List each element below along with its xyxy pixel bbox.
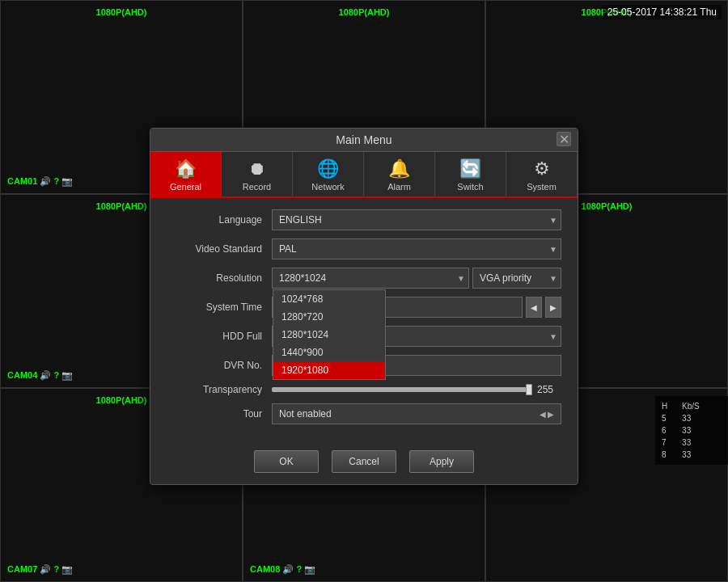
stats-row-0-0: 5 [660,413,679,424]
network-icon: 🌐 [317,158,339,179]
tab-record[interactable]: ⏺ Record [222,152,293,196]
modal-content: Language ENGLISH ▼ Video Standard PAL ▼ … [150,198,578,441]
stats-row-3-1: 33 [680,449,723,460]
transparency-slider-container: 255 [272,384,561,395]
modal-title: Main Menu [336,133,392,146]
cancel-button[interactable]: Cancel [332,450,396,473]
switch-icon: 🔄 [459,158,481,179]
tab-alarm[interactable]: 🔔 Alarm [364,152,435,196]
cam7-res: 1080P(AHD) [96,395,147,405]
stats-row-2-1: 33 [680,437,723,448]
resolution-label: Resolution [167,272,272,284]
apply-button[interactable]: Apply [409,450,474,473]
cam8-label: CAM08 🔊 ? 📷 [250,564,315,575]
tab-network[interactable]: 🌐 Network [293,152,364,196]
hdd-full-arrow-icon: ▼ [549,332,557,341]
vga-priority-value: VGA priority [480,272,531,284]
cam4-res: 1080P(AHD) [96,201,147,211]
video-standard-label: Video Standard [167,243,272,255]
res-option-2[interactable]: 1280*1024 [273,326,385,344]
res-option-3[interactable]: 1440*900 [273,344,385,361]
vga-priority-select[interactable]: VGA priority ▼ [472,268,561,289]
time-nav-prev[interactable]: ◀ [526,297,542,318]
tour-row: Tour Not enabled ◀ ▶ [167,403,561,424]
stats-row-1-1: 33 [680,425,723,436]
resolution-row: Resolution 1280*1024 ▼ 1024*768 1280*720… [167,268,561,289]
cam1-res: 1080P(AHD) [96,7,147,17]
language-label: Language [167,214,272,226]
vga-priority-arrow-icon: ▼ [549,274,557,283]
resolution-value: 1280*1024 [279,272,326,284]
tab-bar: 🏠 General ⏺ Record 🌐 Network 🔔 Alarm 🔄 S… [150,152,578,198]
modal-close-button[interactable]: ✕ [557,132,571,146]
modal-title-bar: Main Menu ✕ [150,129,578,152]
tour-arrows: ◀ ▶ [540,410,554,419]
transparency-value: 255 [537,384,561,395]
stats-header-h: H [660,401,679,411]
tab-switch-label: Switch [457,182,483,192]
video-standard-select[interactable]: PAL ▼ [272,238,561,259]
system-icon: ⚙ [534,158,550,179]
cam6-res: 1080P(AHD) [582,201,633,211]
stats-row-2-0: 7 [660,437,679,448]
cam7-label: CAM07 🔊 ? 📷 [7,564,73,575]
resolution-controls: 1280*1024 ▼ 1024*768 1280*720 1280*1024 … [272,268,561,289]
language-row: Language ENGLISH ▼ [167,209,561,230]
tab-system[interactable]: ⚙ System [506,152,578,196]
tab-switch[interactable]: 🔄 Switch [435,152,506,196]
transparency-label: Transparency [167,384,272,395]
tab-alarm-label: Alarm [387,182,411,192]
cam1-label: CAM01 🔊 ? 📷 [7,176,73,187]
transparency-thumb[interactable] [526,384,532,395]
tour-value: Not enabled [279,408,332,420]
stats-row-0-1: 33 [680,413,723,424]
stats-row-3-0: 8 [660,449,679,460]
transparency-track[interactable] [272,387,532,392]
main-menu-modal: Main Menu ✕ 🏠 General ⏺ Record 🌐 Network… [150,128,578,485]
cam2-res: 1080P(AHD) [339,7,390,17]
cam4-label: CAM04 🔊 ? 📷 [7,370,73,381]
tab-network-label: Network [311,182,344,192]
video-standard-row: Video Standard PAL ▼ [167,238,561,259]
tab-record-label: Record [243,182,271,192]
language-value: ENGLISH [279,214,322,226]
tour-control[interactable]: Not enabled ◀ ▶ [272,403,561,424]
tour-arrow-left-icon[interactable]: ◀ [540,410,546,419]
resolution-arrow-icon: ▼ [457,274,465,283]
res-option-1[interactable]: 1280*720 [273,308,385,326]
dvr-no-label: DVR No. [167,360,272,371]
res-option-4[interactable]: 1920*1080 [273,361,385,379]
tab-system-label: System [527,182,557,192]
resolution-dropdown: 1024*768 1280*720 1280*1024 1440*900 192… [273,289,386,380]
time-nav-next[interactable]: ▶ [545,297,561,318]
language-select[interactable]: ENGLISH ▼ [272,209,561,230]
transparency-row: Transparency 255 [167,384,561,395]
tour-arrow-right-icon[interactable]: ▶ [548,410,554,419]
video-standard-arrow-icon: ▼ [549,245,557,254]
stats-header-kbs: Kb/S [680,401,723,411]
resolution-select[interactable]: 1280*1024 ▼ 1024*768 1280*720 1280*1024 … [272,268,469,289]
res-option-0[interactable]: 1024*768 [273,290,385,308]
record-icon: ⏺ [248,158,266,179]
tour-label: Tour [167,408,272,420]
transparency-fill [272,387,532,392]
datetime-display: 25-05-2017 14:38:21 Thu [603,5,722,19]
general-icon: 🏠 [175,158,197,179]
modal-buttons: OK Cancel Apply [150,441,578,484]
stats-row-1-0: 6 [660,425,679,436]
tab-general-label: General [170,182,201,192]
video-standard-value: PAL [279,243,297,255]
ok-button[interactable]: OK [254,450,319,473]
alarm-icon: 🔔 [388,158,410,179]
hdd-full-label: HDD Full [167,331,272,342]
language-arrow-icon: ▼ [549,216,557,225]
system-time-label: System Time [167,302,272,313]
tab-general[interactable]: 🏠 General [150,152,222,196]
stats-panel: H Kb/S 5 33 6 33 7 33 8 33 [655,396,728,465]
